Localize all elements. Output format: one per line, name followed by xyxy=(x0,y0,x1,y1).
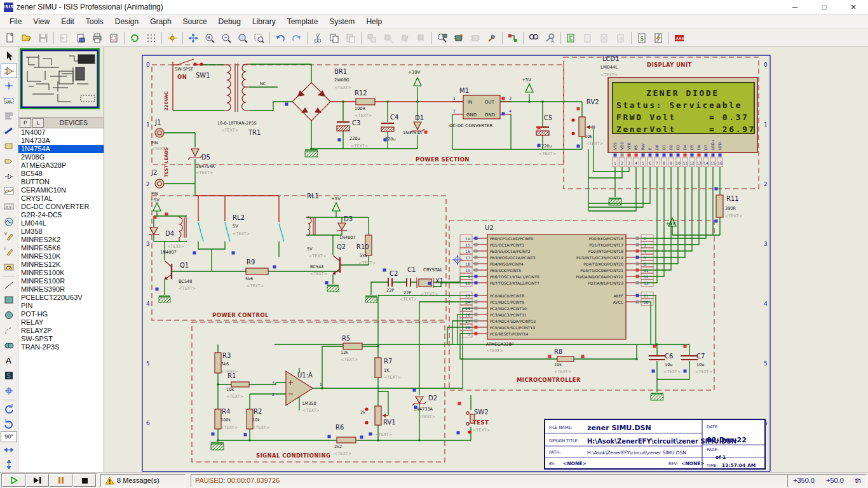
device-list-item[interactable]: ATMEGA328P xyxy=(18,161,104,170)
redo-button[interactable] xyxy=(288,30,305,46)
undo-button[interactable] xyxy=(272,30,288,46)
bill-of-materials-button[interactable]: $ xyxy=(634,30,650,46)
rotate-clockwise-mode-button[interactable] xyxy=(1,402,17,417)
zoom-area-button[interactable] xyxy=(251,30,268,46)
grid-toggle-button[interactable] xyxy=(143,30,159,46)
cut-button[interactable] xyxy=(309,30,326,46)
menu-tools[interactable]: Tools xyxy=(80,16,109,27)
device-list-item[interactable]: POT-HG xyxy=(18,310,104,318)
close-button[interactable]: ✕ xyxy=(839,0,868,14)
menu-design[interactable]: Design xyxy=(109,16,144,27)
rotation-angle-box[interactable]: 90° xyxy=(1,431,17,442)
device-list-item[interactable]: BUTTON xyxy=(18,178,104,186)
device-list-item[interactable]: LM044L xyxy=(18,219,104,227)
library-button[interactable]: L xyxy=(32,118,44,128)
menu-help[interactable]: Help xyxy=(360,16,388,27)
bus-mode-button[interactable] xyxy=(1,124,17,139)
pan-button[interactable] xyxy=(185,30,201,46)
device-list-item[interactable]: 1N4754A xyxy=(18,145,104,153)
device-list-item[interactable]: G2R-24-DC5 xyxy=(18,211,104,219)
2d-path-mode-button[interactable] xyxy=(1,338,17,353)
device-list-item[interactable]: SW-SPST xyxy=(18,335,104,343)
decompose-button[interactable] xyxy=(484,30,500,46)
device-list-item[interactable]: DC-DC CONVERTER xyxy=(18,203,104,211)
2d-arc-mode-button[interactable] xyxy=(1,323,17,338)
netlist-to-ares-button[interactable]: ARES xyxy=(671,30,688,46)
device-pin-mode-button[interactable] xyxy=(1,169,17,184)
rotate-anticlockwise-mode-button[interactable] xyxy=(1,416,17,431)
menu-library[interactable]: Library xyxy=(247,16,281,27)
2d-line-mode-button[interactable] xyxy=(1,278,17,293)
2d-marker-mode-button[interactable] xyxy=(1,383,17,398)
subcircuit-mode-button[interactable] xyxy=(1,139,17,154)
device-list-item[interactable]: RELAY2P xyxy=(18,327,104,335)
device-list-item[interactable]: MINRES10K xyxy=(18,252,104,261)
property-assignment-button[interactable]: A xyxy=(542,30,559,46)
minimize-button[interactable]: ─ xyxy=(780,0,810,14)
device-list-item[interactable]: CERAMIC10N xyxy=(18,186,104,194)
device-list-item[interactable]: TRAN-2P3S xyxy=(18,343,104,351)
device-list-item[interactable]: 2W08G xyxy=(18,153,104,161)
export-button[interactable] xyxy=(72,30,89,46)
voltage-probe-mode-button[interactable]: V xyxy=(1,229,17,245)
junction-dot-mode-button[interactable] xyxy=(1,78,17,93)
tape-recorder-mode-button[interactable]: 8.9 xyxy=(1,199,17,214)
pick-button[interactable]: P xyxy=(20,118,31,128)
selection-mode-button[interactable] xyxy=(1,48,17,64)
graph-mode-button[interactable] xyxy=(1,184,17,199)
zoom-in-button[interactable] xyxy=(201,30,218,46)
2d-symbol-mode-button[interactable]: S xyxy=(1,368,17,383)
device-list-item[interactable]: 1N4007 xyxy=(18,128,104,137)
device-list-item[interactable]: MINRES12K xyxy=(18,261,104,269)
menu-edit[interactable]: Edit xyxy=(55,16,80,27)
print-button[interactable] xyxy=(89,30,105,46)
device-list-item[interactable]: LM358 xyxy=(18,227,104,236)
2d-text-mode-button[interactable]: A xyxy=(1,353,17,368)
zoom-out-button[interactable] xyxy=(218,30,234,46)
device-list-item[interactable]: CRYSTAL xyxy=(18,194,104,203)
menu-template[interactable]: Template xyxy=(281,16,324,27)
device-list-item[interactable]: MINRES5K6 xyxy=(18,244,104,252)
text-script-mode-button[interactable] xyxy=(1,109,17,124)
search-tag-button[interactable] xyxy=(526,30,542,46)
maximize-button[interactable]: □ xyxy=(810,0,839,14)
pick-parts-button[interactable] xyxy=(434,30,451,46)
play-button[interactable] xyxy=(3,474,25,487)
open-folder-button[interactable] xyxy=(18,30,35,46)
flip-vertical-mode-button[interactable] xyxy=(1,457,17,472)
device-list-item[interactable]: MINRES2K2 xyxy=(18,236,104,244)
device-list-item[interactable]: MINRES390R xyxy=(18,285,104,294)
schematic-preview[interactable] xyxy=(18,47,104,118)
electrical-rule-check-button[interactable] xyxy=(650,30,667,46)
editor-canvas[interactable]: 00112233445566 xyxy=(104,47,868,472)
device-list-item[interactable]: BC548 xyxy=(18,170,104,178)
mark-output-area-button[interactable] xyxy=(105,30,122,46)
device-list-item[interactable]: PCELECT220U63V xyxy=(18,294,104,302)
wire-label-mode-button[interactable]: LBL xyxy=(1,93,17,109)
copy-button[interactable] xyxy=(326,30,342,46)
menu-system[interactable]: System xyxy=(323,16,360,27)
virtual-instrument-mode-button[interactable] xyxy=(1,259,17,274)
new-file-button[interactable] xyxy=(2,30,18,46)
wire-autorouter-button[interactable] xyxy=(505,30,521,46)
message-panel[interactable]: 8 Message(s) xyxy=(100,474,186,487)
flip-horizontal-mode-button[interactable] xyxy=(1,442,17,458)
current-probe-mode-button[interactable]: I xyxy=(1,244,17,259)
origin-button[interactable] xyxy=(164,30,180,46)
make-device-button[interactable] xyxy=(451,30,467,46)
design-explorer-button[interactable] xyxy=(563,30,580,46)
zoom-all-button[interactable] xyxy=(234,30,251,46)
menu-graph[interactable]: Graph xyxy=(144,16,177,27)
step-button[interactable] xyxy=(26,474,49,487)
2d-circle-mode-button[interactable] xyxy=(1,308,17,323)
menu-debug[interactable]: Debug xyxy=(213,16,247,27)
menu-source[interactable]: Source xyxy=(177,16,213,27)
terminal-mode-button[interactable] xyxy=(1,154,17,169)
device-list-item[interactable]: MINRES100R xyxy=(18,277,104,285)
stop-button[interactable] xyxy=(73,474,96,487)
redraw-button[interactable] xyxy=(126,30,143,46)
generator-mode-button[interactable] xyxy=(1,214,17,229)
device-list-item[interactable]: PIN xyxy=(18,302,104,310)
device-list-item[interactable]: 1N4733A xyxy=(18,137,104,145)
pause-button[interactable] xyxy=(50,474,72,487)
